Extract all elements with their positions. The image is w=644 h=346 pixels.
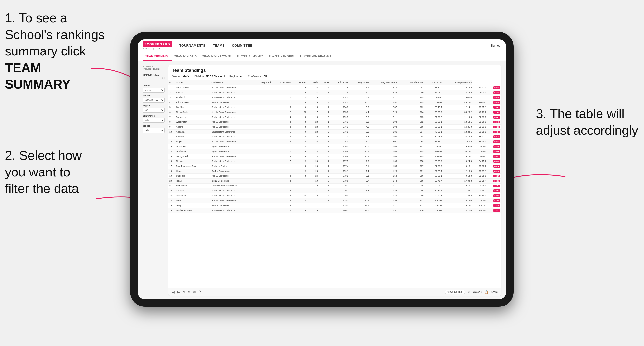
table-cell: 8 (292, 164, 308, 169)
table-scroll[interactable]: # School Conference Rag Rank Conf Rank N… (168, 80, 501, 288)
table-cell: 0.7 (350, 178, 370, 183)
table-cell: 265 (398, 115, 424, 120)
share-icon[interactable]: ⊕ (188, 290, 191, 294)
clock-btn[interactable]: ⏱ (198, 290, 202, 294)
table-cell: 14 (168, 149, 175, 154)
table-row: 5Ole MissSoutheastern Conference-3618127… (168, 105, 501, 110)
instruction-2-line2: you want to (5, 165, 70, 179)
table-cell: 13-24-1 (443, 129, 472, 134)
table-cell: 1.28 (370, 188, 398, 193)
table-cell: 271 (398, 169, 424, 173)
forward-btn[interactable]: ▶ (177, 290, 180, 294)
nav-committee[interactable]: COMMITTEE (232, 44, 252, 47)
table-cell: 24 (168, 198, 175, 203)
table-cell: 66-40-1 (424, 203, 443, 208)
table-cell: Auburn (175, 90, 210, 95)
table-cell: 63-17-0 (472, 85, 487, 90)
chip-gender: Gender: Men's (172, 75, 190, 78)
table-cell: 1.85 (370, 149, 398, 154)
reload-btn[interactable]: ↻ (182, 290, 185, 294)
table-cell: 25 (168, 203, 175, 208)
filter-region-select[interactable]: N/A All (142, 108, 164, 113)
table-cell: 77.29 (487, 110, 501, 115)
slider-track[interactable] (142, 81, 164, 81)
table-cell: 4-21-0 (443, 208, 472, 213)
table-cell: 4 (168, 100, 175, 105)
table-cell: 276.3 (330, 139, 349, 144)
table-cell: 40.34 (487, 169, 501, 173)
table-cell: 1 (272, 144, 292, 149)
table-cell: 1.44 (370, 178, 398, 183)
table-cell: 5 (168, 105, 175, 110)
table-row: 4Arizona StatePac-12 Conference-18264274… (168, 100, 501, 105)
table-cell: 3 (272, 105, 292, 110)
table-cell: 265 (398, 100, 424, 105)
sign-out-link[interactable]: Sign out (490, 44, 501, 47)
table-row: 22GeorgiaSoutheastern Conference-8721127… (168, 188, 501, 193)
table-cell: 266 (398, 188, 424, 193)
table-cell: Big 12 Conference (210, 144, 254, 149)
table-cell: 33-38-4 (472, 178, 487, 183)
table-cell: 37-30-0 (472, 198, 487, 203)
table-cell: 4 (319, 85, 330, 90)
table-cell: 1.39 (370, 198, 398, 203)
col-conf-rank: Conf Rank (272, 80, 292, 85)
nav-teams[interactable]: TEAMS (213, 44, 224, 47)
table-cell: - (254, 198, 272, 203)
nav-tournaments[interactable]: TOURNAMENTS (179, 44, 206, 47)
subnav-player-h2h-grid[interactable]: PLAYER H2H GRID (266, 52, 297, 61)
table-cell: 9 (168, 124, 175, 129)
table-cell: -1.4 (350, 169, 370, 173)
chip-region-label: Region: (230, 75, 238, 78)
chip-gender-label: Gender: (172, 75, 181, 78)
table-cell: Texas Tech (175, 144, 210, 149)
instruction-1-text: 1. To see a School's rankings summary cl… (5, 11, 105, 58)
table-cell: Georgia (175, 188, 210, 193)
subnav-player-h2h-heatmap[interactable]: PLAYER H2H HEATMAP (297, 52, 334, 61)
table-cell: 1.98 (370, 120, 398, 124)
view-original-btn[interactable]: View: Original (445, 290, 465, 294)
table-cell: 1 (272, 164, 292, 169)
table-cell: 38.42 (487, 193, 501, 198)
table-cell: 276.9 (330, 149, 349, 154)
subnav-team-summary[interactable]: TEAM SUMMARY (142, 52, 172, 61)
copy-btn[interactable]: ⧉ (193, 290, 196, 294)
subnav-player-summary[interactable]: PLAYER SUMMARY (234, 52, 266, 61)
filter-gender-select[interactable]: Men's Women's (142, 88, 164, 93)
table-cell: -1.1 (350, 203, 370, 208)
watch-btn[interactable]: Watch ▾ (473, 291, 482, 293)
filter-conference-select[interactable]: (All) (142, 118, 164, 123)
table-cell: 14-21-0 (443, 124, 472, 129)
table-cell: Arizona State (175, 100, 210, 105)
table-cell: 2.77 (370, 95, 398, 100)
table-cell: 1.41 (370, 183, 398, 188)
clipboard-icon[interactable]: 📋 (484, 290, 488, 294)
table-cell: 21 (168, 183, 175, 188)
col-vs-top25: Vs Top 25 (424, 80, 443, 85)
subnav-team-h2h-heatmap[interactable]: TEAM H2H HEATMAP (200, 52, 234, 61)
subnav-team-h2h-grid[interactable]: TEAM H2H GRID (172, 52, 200, 61)
table-cell: 63.49 (487, 120, 501, 124)
table-cell: 279.2 (330, 188, 349, 193)
table-cell: 24 (308, 164, 319, 169)
table-cell: Tennessee (175, 115, 210, 120)
table-cell: 215 (398, 183, 424, 188)
table-cell: 117-4-0 (424, 90, 443, 95)
chip-gender-value: Men's (182, 75, 190, 78)
table-row: 10AlabamaSoutheastern Conference-5623327… (168, 129, 501, 134)
table-cell: 55.47 (487, 154, 501, 159)
table-cell: 95-6-0 (424, 95, 443, 100)
back-btn[interactable]: ◀ (172, 290, 175, 294)
table-cell: 18 (168, 169, 175, 173)
share-btn[interactable]: Share (491, 291, 498, 293)
filter-division-select[interactable]: NCAA Division I NCAA Division II (142, 98, 164, 103)
table-cell: -4.6 (350, 124, 370, 129)
table-cell: 271 (398, 203, 424, 208)
table-cell: Virginia (175, 139, 210, 144)
table-cell: - (254, 129, 272, 134)
filter-region-label: Region (142, 105, 164, 107)
table-cell: 6 (292, 105, 308, 110)
filter-school-select[interactable]: (All) (142, 128, 164, 133)
table-cell: 268 (398, 134, 424, 139)
table-cell: 269 (398, 178, 424, 183)
